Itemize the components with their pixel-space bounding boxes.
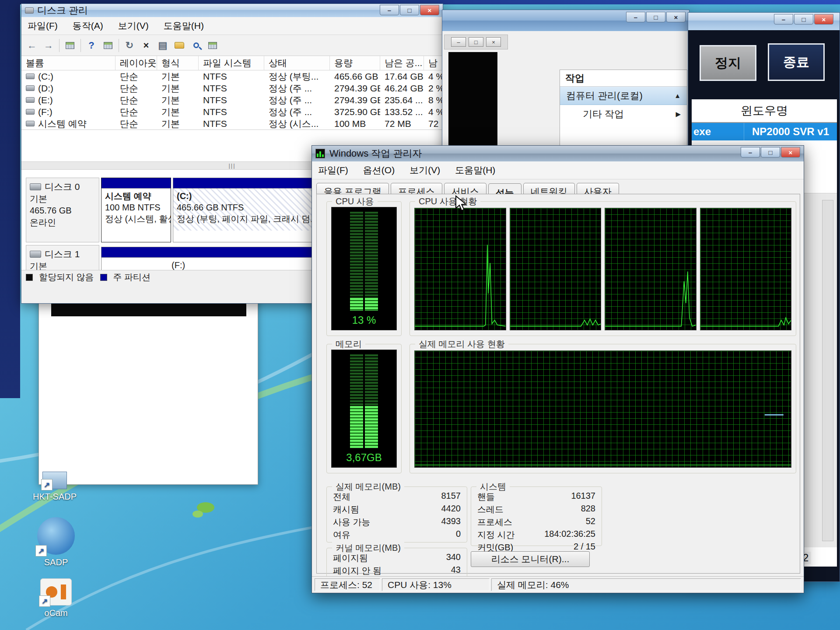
window-name-column-header[interactable]: 윈도우명: [692, 99, 837, 123]
task-manager-statusbar: 프로세스: 52 CPU 사용: 13% 실제 메모리: 46%: [312, 576, 804, 593]
minimize-button[interactable]: –: [626, 12, 645, 22]
col-free[interactable]: 남은 공...: [380, 56, 424, 70]
actions-item-computer-management[interactable]: 컴퓨터 관리(로컬) ▲: [560, 87, 687, 105]
mouse-cursor: [455, 195, 470, 213]
partition-detail: 465.66 GB NTFS: [177, 203, 244, 212]
desktop-icon-label: SADP: [25, 557, 87, 567]
volume-fs: NTFS: [199, 71, 264, 82]
stat-label: 페이지됨: [333, 552, 368, 564]
selected-window-row[interactable]: exe NP2000 SVR v1: [692, 123, 837, 140]
close-button[interactable]: ×: [486, 37, 501, 47]
back-icon[interactable]: ←: [26, 39, 38, 52]
volume-capacity: 2794.39 GB: [330, 83, 380, 94]
menu-file[interactable]: 파일(F): [28, 20, 58, 32]
disk-tool-icon[interactable]: [206, 39, 219, 52]
actions-item-more-actions[interactable]: 기타 작업 ▶: [560, 105, 687, 123]
volume-fs: NTFS: [199, 83, 264, 94]
desktop-icon-ocam[interactable]: ↗ oCam: [25, 578, 87, 618]
minimize-button[interactable]: –: [451, 37, 466, 47]
console-tree-icon[interactable]: [64, 39, 76, 52]
close-button[interactable]: ×: [781, 147, 800, 158]
menu-view[interactable]: 보기(V): [410, 164, 440, 176]
maximize-button[interactable]: □: [794, 14, 813, 24]
help-icon[interactable]: ?: [85, 39, 98, 52]
properties-icon[interactable]: ▤: [157, 39, 169, 52]
desktop-icon-sadp[interactable]: ↗ SADP: [25, 517, 87, 567]
stop-button[interactable]: 정지: [700, 45, 756, 81]
physical-memory-group: 실제 메모리(MB) 전체8157 캐시됨4420 사용 가능4393 여유0: [326, 486, 467, 542]
svr-app-titlebar[interactable]: – □ ×: [688, 13, 840, 30]
camera-grip-icon: [61, 584, 66, 599]
open-folder-icon[interactable]: [173, 39, 186, 52]
col-capacity[interactable]: 용량: [330, 56, 380, 70]
disk1-info[interactable]: 디스크 1 기본: [26, 245, 99, 270]
volume-name: 시스템 예약: [38, 118, 87, 130]
actions-item-label: 컴퓨터 관리(로컬): [566, 89, 643, 102]
volume-status: 정상 (주 ...: [264, 82, 330, 94]
menu-help[interactable]: 도움말(H): [455, 164, 495, 176]
minimize-button[interactable]: –: [774, 14, 793, 24]
task-manager-titlebar[interactable]: Windows 작업 관리자 – □ ×: [312, 146, 804, 161]
disk-management-titlebar[interactable]: 디스크 관리 – □ ×: [21, 4, 443, 17]
col-status[interactable]: 상태: [264, 56, 330, 70]
minimize-button[interactable]: –: [741, 147, 760, 158]
cpu-history-group: CPU 사용 현황: [410, 201, 796, 336]
volume-fs: NTFS: [199, 119, 264, 129]
col-volume[interactable]: 볼륨: [21, 56, 116, 70]
menu-view[interactable]: 보기(V): [118, 20, 149, 32]
find-icon[interactable]: [190, 39, 202, 52]
console-window-icon[interactable]: [102, 39, 114, 52]
close-button[interactable]: ×: [814, 14, 833, 24]
volume-layout: 단순: [116, 118, 157, 130]
exit-button[interactable]: 종료: [768, 43, 825, 81]
minimize-button[interactable]: –: [380, 5, 399, 15]
disk-management-title: 디스크 관리: [37, 4, 88, 17]
cpu-history-graph-2: [510, 208, 602, 330]
disk1-type: 기본: [30, 260, 95, 270]
col-layout[interactable]: 레이아웃: [116, 56, 157, 70]
volume-icon: [26, 109, 35, 115]
collapse-icon[interactable]: ▲: [674, 92, 681, 99]
forward-icon[interactable]: →: [42, 39, 55, 52]
shortcut-arrow-icon: ↗: [41, 479, 52, 490]
menu-action[interactable]: 동작(A): [73, 20, 103, 32]
legend-unallocated-label: 할당되지 않음: [39, 271, 94, 283]
system-group: 시스템 핸들16137 스레드828 프로세스52 지정 시간184:02:36…: [471, 486, 602, 546]
computer-management-titlebar[interactable]: – □ ×: [442, 10, 689, 31]
vertical-scrollbar[interactable]: [822, 200, 833, 541]
volume-row[interactable]: (D:) 단순 기본 NTFS 정상 (주 ... 2794.39 GB 46.…: [21, 82, 443, 94]
col-pct[interactable]: 남: [424, 56, 443, 70]
maximize-button[interactable]: □: [646, 12, 665, 22]
close-button[interactable]: ×: [420, 5, 439, 15]
col-filesystem[interactable]: 파일 시스템: [199, 56, 264, 70]
volume-row[interactable]: (F:) 단순 기본 NTFS 정상 (주 ... 3725.90 GB 133…: [21, 106, 443, 118]
expand-icon[interactable]: ▶: [676, 110, 681, 118]
maximize-button[interactable]: □: [400, 5, 419, 15]
task-manager-window: Windows 작업 관리자 – □ × 파일(F) 옵션(O) 보기(V) 도…: [312, 145, 804, 593]
actions-item-label: 기타 작업: [583, 108, 624, 121]
memory-history-label: 실제 메모리 사용 현황: [415, 338, 508, 350]
col-type[interactable]: 형식: [157, 56, 199, 70]
menu-help[interactable]: 도움말(H): [164, 20, 204, 32]
desktop-icon-hkt-sadp[interactable]: ↗ HKT-SADP: [24, 472, 85, 502]
task-manager-title: Windows 작업 관리자: [329, 147, 422, 160]
volume-layout: 단순: [116, 82, 157, 94]
menu-file[interactable]: 파일(F): [318, 164, 348, 176]
volume-row[interactable]: 시스템 예약 단순 기본 NTFS 정상 (시스... 100 MB 72 MB…: [21, 118, 443, 130]
menu-options[interactable]: 옵션(O): [363, 164, 395, 176]
stat-value: 4420: [441, 504, 461, 515]
delete-icon[interactable]: ×: [140, 39, 152, 52]
volume-layout: 단순: [116, 106, 157, 118]
resource-monitor-button[interactable]: 리소스 모니터(R)...: [471, 551, 590, 567]
disk0-info[interactable]: 디스크 0 기본 465.76 GB 온라인: [26, 178, 99, 242]
refresh-icon[interactable]: ↻: [123, 39, 136, 52]
memory-label: 메모리: [332, 338, 365, 350]
volume-capacity: 2794.39 GB: [330, 95, 380, 105]
volume-row[interactable]: (E:) 단순 기본 NTFS 정상 (주 ... 2794.39 GB 235…: [21, 94, 443, 106]
stat-label: 전체: [333, 491, 350, 503]
close-button[interactable]: ×: [666, 12, 686, 22]
restore-button[interactable]: □: [469, 37, 483, 47]
partition-system-reserved[interactable]: 시스템 예약 100 MB NTFS 정상 (시스템, 활성: [101, 178, 171, 242]
maximize-button[interactable]: □: [761, 147, 780, 158]
volume-row[interactable]: (C:) 단순 기본 NTFS 정상 (부팅... 465.66 GB 17.6…: [21, 70, 443, 82]
